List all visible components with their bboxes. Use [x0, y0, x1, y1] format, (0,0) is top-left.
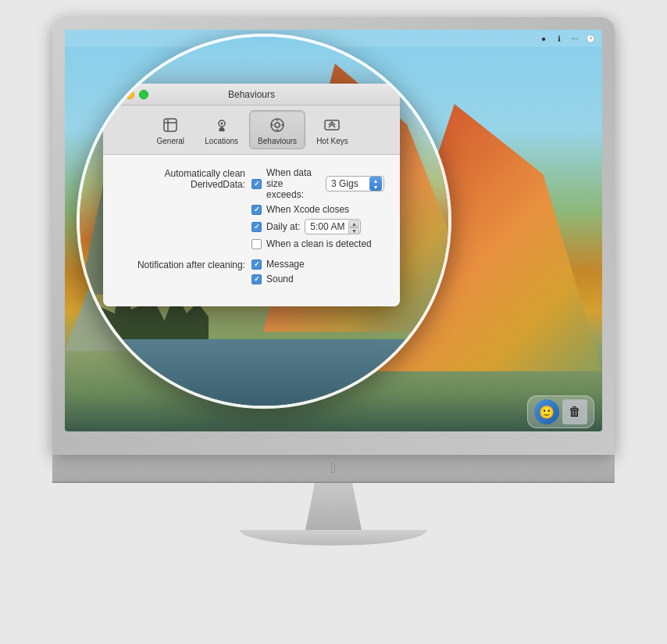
clock-icon: 🕐	[585, 33, 596, 44]
select-down-arrow: ▼	[373, 184, 379, 190]
imac-stand-neck	[287, 483, 380, 530]
select-up-arrow: ▲	[373, 178, 379, 184]
stepper-up[interactable]: ▲	[348, 220, 359, 227]
daily-at-label: Daily at:	[266, 221, 300, 232]
clean-detected-checkbox[interactable]	[251, 239, 262, 249]
maximize-button[interactable]	[139, 90, 148, 99]
tab-behaviours-label: Behaviours	[258, 137, 297, 145]
imac-screen-border: ● ℹ ··· 🕐 🙂 🗑	[52, 17, 615, 455]
message-checkbox[interactable]	[251, 259, 262, 270]
mag-water	[80, 339, 448, 406]
size-select[interactable]: 3 Gigs ▲ ▼	[326, 176, 384, 191]
dock-icon-trash[interactable]: 🗑	[562, 399, 587, 424]
settings-content: Automatically clean DerivedData: When da…	[103, 155, 400, 306]
info-icon: ℹ	[554, 33, 565, 44]
tab-hotkeys[interactable]: Hot Keys	[309, 111, 356, 148]
magnify-circle: Behaviours General	[77, 34, 451, 409]
svg-point-6	[275, 123, 280, 127]
stepper-up-arrow: ▲	[351, 221, 357, 227]
size-select-value: 3 Gigs	[331, 178, 358, 189]
imac-screen: ● ℹ ··· 🕐 🙂 🗑	[65, 30, 602, 431]
window-title: Behaviours	[228, 89, 275, 100]
derived-data-row: Automatically clean DerivedData: When da…	[119, 167, 384, 249]
window-titlebar: Behaviours	[103, 84, 400, 106]
notification-row: Notification after cleaning: Message	[119, 259, 384, 284]
imac-stand-base	[240, 530, 427, 546]
svg-rect-0	[164, 119, 177, 131]
tab-general[interactable]: General	[147, 111, 194, 148]
stepper-down[interactable]: ▼	[348, 227, 359, 234]
derived-data-label: Automatically clean DerivedData:	[119, 167, 251, 190]
menu-bar-icons: ● ℹ ··· 🕐	[538, 33, 596, 44]
sound-row: Sound	[251, 274, 305, 284]
xcode-closes-label: When Xcode closes	[266, 204, 349, 215]
close-button[interactable]	[111, 90, 120, 99]
daily-at-checkbox-row: Daily at:	[251, 221, 300, 232]
sound-checkbox[interactable]	[251, 274, 262, 284]
behaviours-icon	[269, 114, 286, 136]
tab-locations[interactable]: Locations	[197, 111, 246, 148]
tab-locations-label: Locations	[205, 137, 238, 145]
message-row: Message	[251, 259, 305, 270]
tab-hotkeys-label: Hot Keys	[316, 137, 348, 145]
clean-detected-row: When a clean is detected	[251, 238, 384, 249]
imac-chin: 	[52, 455, 615, 483]
imac-container: ● ℹ ··· 🕐 🙂 🗑	[37, 17, 630, 627]
hotkeys-icon	[323, 114, 341, 136]
notification-controls: Message Sound	[251, 259, 305, 284]
time-stepper-value: 5:00 AM	[310, 221, 344, 232]
stepper-arrows: ▲ ▼	[348, 220, 359, 233]
svg-point-4	[220, 123, 223, 125]
size-exceeds-checkbox-row: When data size exceeds:	[251, 167, 321, 200]
daily-at-row: Daily at: 5:00 AM ▲	[251, 219, 384, 234]
stepper-down-arrow: ▼	[351, 228, 357, 234]
tab-general-label: General	[156, 137, 184, 145]
dock: 🙂 🗑	[527, 395, 594, 428]
size-exceeds-checkbox[interactable]	[251, 179, 262, 189]
size-exceeds-row: When data size exceeds: 3 Gigs ▲ ▼	[251, 167, 384, 200]
minimize-button[interactable]	[125, 90, 134, 99]
sound-label: Sound	[266, 274, 294, 284]
time-stepper[interactable]: 5:00 AM ▲ ▼	[305, 219, 361, 234]
window-controls	[111, 90, 148, 99]
locations-icon	[213, 114, 230, 136]
wifi-icon: ●	[538, 33, 549, 44]
size-exceeds-label: When data size exceeds:	[266, 167, 321, 200]
derived-data-controls: When data size exceeds: 3 Gigs ▲ ▼	[251, 167, 384, 249]
xcode-closes-row: When Xcode closes	[251, 204, 384, 215]
dots-icon: ···	[569, 33, 580, 44]
xcode-closes-checkbox[interactable]	[251, 205, 262, 215]
clean-detected-label: When a clean is detected	[266, 238, 372, 249]
toolbar: General Locations	[103, 106, 400, 155]
apple-logo: 	[331, 460, 337, 477]
daily-at-checkbox[interactable]	[251, 222, 262, 232]
notification-label: Notification after cleaning:	[119, 259, 251, 270]
dock-icon-finder[interactable]: 🙂	[534, 399, 559, 424]
message-label: Message	[266, 259, 305, 270]
settings-window: Behaviours General	[103, 84, 400, 306]
tab-behaviours[interactable]: Behaviours	[249, 110, 305, 149]
general-icon	[162, 114, 179, 136]
size-select-arrows: ▲ ▼	[369, 177, 382, 191]
